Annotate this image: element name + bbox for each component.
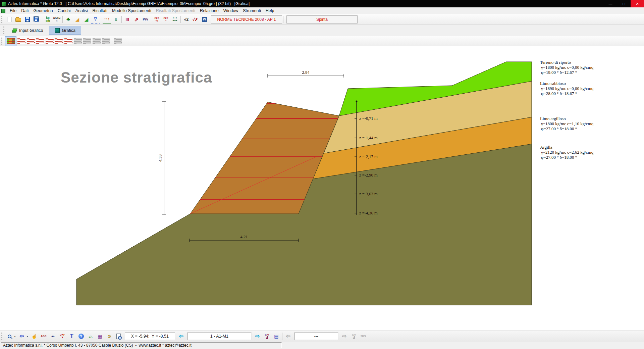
new-file-icon[interactable]	[5, 15, 13, 23]
help-icon[interactable]: ?	[77, 332, 86, 341]
inv-diagram-icon[interactable]: INV▟	[263, 332, 271, 341]
save-file-icon-shape	[25, 17, 30, 22]
calc-cancel-icon[interactable]: √✗	[191, 15, 200, 23]
zoom-tool-icon[interactable]	[5, 332, 14, 341]
wall-surface-view-icon[interactable]	[36, 38, 44, 44]
previous-section-button[interactable]: ⇦	[177, 332, 185, 341]
zoom-tool-dropdown[interactable]: ▼	[14, 335, 16, 338]
toolbar-grip	[1, 16, 4, 23]
water-table-icon[interactable]: ∇	[91, 15, 100, 23]
diagram-view-2-icon	[83, 38, 91, 44]
legend-soil-props: γ=1890 kg/mc c=0,00 kg/cmq	[541, 86, 594, 91]
menu-analisi[interactable]: Analisi	[73, 8, 90, 14]
z-level-label: z =-2,90 m	[359, 173, 378, 178]
scale-sd-icon[interactable]: ↔SD	[86, 332, 95, 341]
maximize-button[interactable]: □	[617, 0, 631, 7]
save-file-icon[interactable]	[23, 15, 32, 23]
close-button[interactable]: ✕	[631, 0, 644, 7]
pressure-lines-view-icon[interactable]	[46, 38, 54, 44]
save-all-icon[interactable]	[32, 15, 41, 23]
menu-window[interactable]: Window	[221, 8, 240, 14]
menu-carichi[interactable]: Carichi	[55, 8, 73, 14]
view-tabbar: Input GraficoGrafica	[0, 25, 644, 36]
previous-view-icon[interactable]: ⇦	[17, 332, 26, 341]
anchors-icon[interactable]: ⇗	[132, 15, 141, 23]
style-settings-icon[interactable]: ✒	[49, 332, 57, 341]
loads-icon[interactable]: ↑↑↑	[103, 15, 111, 23]
legend-entry: Argillaγ=2120 kg/mc c=2,62 kg/cmqφ=27.00…	[540, 145, 594, 160]
summary-table-icon[interactable]: ▤	[272, 332, 281, 341]
environment-options-icon[interactable]: ♣	[64, 15, 72, 23]
load-phases-icon[interactable]: ⇩	[112, 15, 120, 23]
reinforcement-view-icon[interactable]	[55, 38, 63, 44]
legend-entry: Limo sabbiosoγ=1890 kg/mc c=0,00 kg/cmqφ…	[540, 81, 594, 96]
wall-block-view-icon[interactable]	[64, 38, 72, 44]
reinforcement-rows-icon[interactable]: III	[123, 15, 131, 23]
menu-help[interactable]: Help	[263, 8, 277, 14]
wall-layers-view-icon[interactable]	[27, 38, 35, 44]
mesh-points-icon[interactable]: ++++++	[171, 15, 179, 23]
dpz-table-icon[interactable]: DPZ√2	[153, 15, 161, 23]
toolbar-grip	[1, 38, 4, 44]
legend-soil-props: γ=1800 kg/mc c=0,00 kg/cmq	[541, 65, 594, 70]
legend-soil-angles: φ=19.00 ° δ=12.67 °	[541, 70, 577, 75]
dimension-4.38: 4.38	[158, 101, 166, 215]
menu-geometria[interactable]: Geometria	[31, 8, 55, 14]
next-combination-button: ⇨	[340, 332, 349, 341]
view-history-dropdown[interactable]: ▼	[26, 335, 29, 338]
legend-soil-angles: φ=28.00 ° δ=18.67 °	[541, 91, 577, 96]
inv-disabled-icon: INV▟	[350, 332, 358, 341]
pan-icon[interactable]: ☝	[30, 332, 39, 341]
text-tool-icon[interactable]: T	[67, 332, 76, 341]
new-file-icon-shape	[7, 17, 11, 22]
data-table-icon[interactable]: ▦	[96, 332, 104, 341]
normative-icon[interactable]: NORM∩	[53, 15, 61, 23]
dpz-dynamic-icon[interactable]: DPZ≈	[162, 15, 170, 23]
titlebar: Aztec Informatica * Greta 12.0 - [ C:\Us…	[0, 0, 644, 7]
svg-text:4.21: 4.21	[240, 235, 248, 239]
open-file-icon[interactable]	[14, 15, 22, 23]
tab-grafica[interactable]: Grafica	[49, 26, 81, 35]
soil-profile-icon[interactable]: ◢	[73, 15, 82, 23]
menu-risultati[interactable]: Risultati	[90, 8, 109, 14]
print-preview-icon-shape	[116, 334, 121, 339]
wall-input-view-icon[interactable]	[17, 38, 25, 44]
toolbar-separator	[151, 16, 151, 23]
print-preview-icon[interactable]	[114, 332, 123, 341]
minimize-button[interactable]: —	[604, 0, 617, 7]
calc-run-icon[interactable]: √2	[182, 15, 191, 23]
word-report-icon[interactable]: W	[200, 15, 209, 23]
toolbar-separator	[112, 38, 112, 45]
units-kg-cm-icon[interactable]: kgcm	[44, 15, 52, 23]
combination-selector[interactable]: ---	[294, 333, 338, 340]
font-settings-icon[interactable]: ABC	[39, 332, 48, 341]
stratigraphic-section-drawing: 2.944.384.21z =-0,71 mz =-1,44 mz =-2,17…	[0, 46, 644, 331]
stratigraphy-view-icon-selected[interactable]	[5, 36, 16, 46]
legend-entry: Limo argillosoγ=1800 kg/mc c=1,10 kg/cmq…	[540, 116, 594, 131]
page-options-icon[interactable]: ⚙	[105, 332, 114, 341]
legend-soil-props: γ=1800 kg/mc c=1,10 kg/cmq	[541, 121, 594, 126]
menu-modello-spostamenti[interactable]: Modello Spostamenti	[110, 8, 154, 14]
document-system-icon[interactable]	[1, 9, 5, 13]
open-file-icon-shape	[15, 18, 21, 22]
diagram-view-4-icon	[102, 38, 110, 44]
section-selector[interactable]: 1 - A1-M1	[187, 333, 252, 340]
tab-input-grafico[interactable]: Input Grafico	[7, 26, 49, 35]
menu-relazione[interactable]: Relazione	[198, 8, 221, 14]
legend-soil-angles: φ=27.00 ° δ=18.00 °	[541, 126, 577, 131]
menu-file[interactable]: File	[7, 8, 19, 14]
dxf-export-icon[interactable]: DXF▼	[58, 332, 67, 341]
legend-soil-props: γ=2120 kg/mc c=2,62 kg/cmq	[541, 150, 594, 155]
pv-ratio-icon[interactable]: P/v	[141, 15, 150, 23]
legend-soil-name: Argilla	[540, 145, 552, 150]
reinforced-slope-icon[interactable]: ◢	[82, 15, 91, 23]
help-icon-shape: ?	[78, 334, 84, 339]
z-level-label: z =-4,36 m	[359, 211, 378, 215]
drawing-canvas[interactable]: 2.944.384.21z =-0,71 mz =-1,44 mz =-2,17…	[0, 46, 644, 331]
coordinates-display[interactable]: X = -5,94; Y = -8,51	[125, 333, 175, 340]
window-title: Aztec Informatica * Greta 12.0 - [ C:\Us…	[8, 1, 604, 6]
legend-soil-name: Terreno di riporto	[540, 60, 571, 65]
next-section-button[interactable]: ⇨	[253, 332, 262, 341]
menu-strumenti[interactable]: Strumenti	[240, 8, 263, 14]
menu-dati[interactable]: Dati	[19, 8, 31, 14]
